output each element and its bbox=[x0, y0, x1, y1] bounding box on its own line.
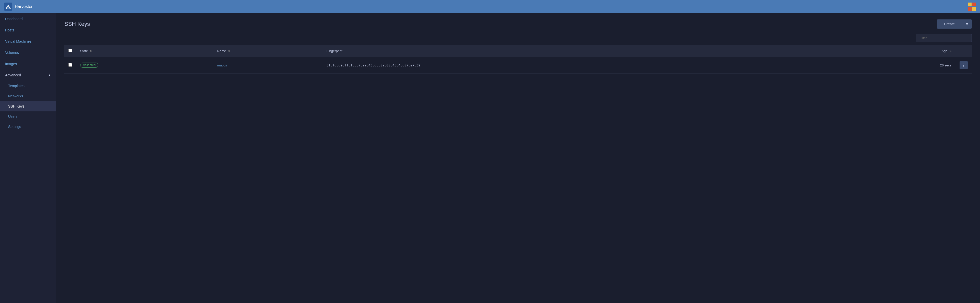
header-actions: Create ▼ bbox=[937, 19, 972, 29]
row-checkbox[interactable] bbox=[68, 63, 72, 67]
row-fingerprint-cell: 5f:fd:d9:ff:fc:b7:aa:43:dc:8a:08:45:4b:8… bbox=[323, 57, 854, 73]
chevron-up-icon: ▲ bbox=[48, 73, 51, 77]
col-name[interactable]: Name ⇅ bbox=[213, 45, 323, 57]
col-age[interactable]: Age ⇅ bbox=[853, 45, 956, 57]
create-dropdown-button[interactable]: ▼ bbox=[962, 19, 972, 29]
ssh-keys-table: State ⇅ Name ⇅ Fingerprint Age ⇅ bbox=[64, 45, 972, 73]
sidebar-item-hosts[interactable]: Hosts bbox=[0, 24, 56, 36]
top-bar-right bbox=[968, 3, 976, 11]
col-actions bbox=[956, 45, 972, 57]
row-actions-cell: ⋮ bbox=[956, 57, 972, 73]
row-checkbox-cell bbox=[64, 57, 76, 73]
grid-icon[interactable] bbox=[968, 3, 976, 11]
sidebar-item-users[interactable]: Users bbox=[0, 112, 56, 121]
grid-cell-2 bbox=[972, 3, 976, 6]
sidebar-item-virtual-machines[interactable]: Virtual Machines bbox=[0, 36, 56, 47]
filter-row bbox=[64, 34, 972, 42]
sort-name-icon: ⇅ bbox=[228, 50, 230, 53]
select-all-checkbox[interactable] bbox=[68, 49, 72, 53]
sidebar-item-images[interactable]: Images bbox=[0, 58, 56, 70]
sidebar-item-templates[interactable]: Templates bbox=[0, 81, 56, 91]
sort-age-icon: ⇅ bbox=[949, 50, 951, 53]
top-bar: Harvester bbox=[0, 0, 980, 13]
layout: Dashboard Hosts Virtual Machines Volumes… bbox=[0, 13, 980, 303]
sidebar-item-dashboard[interactable]: Dashboard bbox=[0, 13, 56, 24]
grid-cell-4 bbox=[972, 7, 976, 11]
sidebar: Dashboard Hosts Virtual Machines Volumes… bbox=[0, 13, 56, 303]
sort-state-icon: ⇅ bbox=[90, 50, 92, 53]
row-state-cell: Validated bbox=[76, 57, 213, 73]
row-menu-button[interactable]: ⋮ bbox=[959, 61, 968, 69]
state-badge: Validated bbox=[80, 62, 98, 68]
chevron-down-icon: ▼ bbox=[965, 22, 969, 26]
sidebar-item-ssh-keys[interactable]: SSH Keys bbox=[0, 101, 56, 112]
fingerprint-value: 5f:fd:d9:ff:fc:b7:aa:43:dc:8a:08:45:4b:8… bbox=[326, 63, 420, 67]
col-fingerprint: Fingerprint bbox=[323, 45, 854, 57]
select-all-col bbox=[64, 45, 76, 57]
app-title: Harvester bbox=[15, 4, 32, 9]
row-actions: ⋮ bbox=[959, 61, 968, 69]
sidebar-item-networks[interactable]: Networks bbox=[0, 91, 56, 101]
row-name-link[interactable]: macos bbox=[217, 63, 227, 67]
harvester-logo bbox=[4, 3, 12, 11]
main-content: SSH Keys Create ▼ bbox=[56, 13, 980, 303]
table-body: Validated macos 5f:fd:d9:ff:fc:b7:aa:43:… bbox=[64, 57, 972, 73]
app-brand: Harvester bbox=[4, 3, 32, 11]
table-header: State ⇅ Name ⇅ Fingerprint Age ⇅ bbox=[64, 45, 972, 57]
table-row: Validated macos 5f:fd:d9:ff:fc:b7:aa:43:… bbox=[64, 57, 972, 73]
row-age-cell: 26 secs bbox=[853, 57, 956, 73]
page-header: SSH Keys Create ▼ bbox=[64, 19, 972, 29]
age-value: 26 secs bbox=[940, 63, 951, 67]
table-container: State ⇅ Name ⇅ Fingerprint Age ⇅ bbox=[64, 45, 972, 297]
create-button[interactable]: Create bbox=[937, 19, 962, 29]
filter-input[interactable] bbox=[916, 34, 972, 42]
grid-cell-3 bbox=[968, 7, 972, 11]
col-state[interactable]: State ⇅ bbox=[76, 45, 213, 57]
sidebar-section-advanced[interactable]: Advanced ▲ bbox=[0, 70, 56, 81]
sidebar-item-volumes[interactable]: Volumes bbox=[0, 47, 56, 58]
page-title: SSH Keys bbox=[64, 21, 90, 27]
sidebar-item-settings[interactable]: Settings bbox=[0, 121, 56, 132]
grid-cell-1 bbox=[968, 3, 972, 6]
row-name-cell: macos bbox=[213, 57, 323, 73]
